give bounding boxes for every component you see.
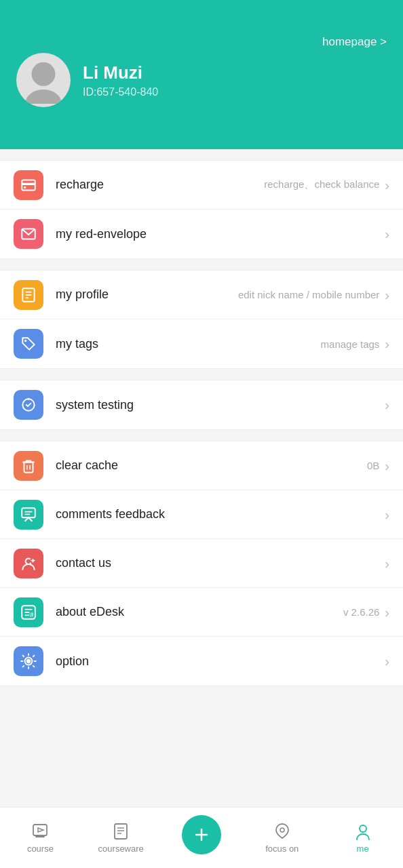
menu-item-comments-feedback[interactable]: comments feedback ›	[0, 490, 403, 539]
option-icon	[14, 646, 43, 676]
about-edesk-label: about eDesk	[56, 605, 343, 619]
system-testing-label: system testing	[56, 398, 379, 412]
focus-on-icon	[273, 822, 292, 841]
svg-rect-3	[22, 182, 35, 184]
about-edesk-sublabel: v 2.6.26	[343, 606, 379, 618]
comments-feedback-chevron: ›	[385, 508, 389, 521]
clear-cache-label: clear cache	[56, 458, 367, 473]
system-testing-icon	[14, 390, 43, 420]
clear-cache-sublabel: 0B	[367, 460, 379, 471]
nav-item-add[interactable]	[161, 808, 242, 868]
my-profile-chevron: ›	[385, 288, 389, 302]
nav-item-focus-on[interactable]: focus on	[242, 808, 322, 868]
about-edesk-chevron: ›	[385, 606, 389, 619]
svg-point-38	[280, 828, 284, 832]
menu-item-red-envelope[interactable]: my red-envelope ›	[0, 210, 403, 258]
svg-point-39	[360, 825, 366, 832]
header: Li Muzi ID:657-540-840 homepage >	[0, 0, 403, 149]
about-edesk-icon: 课	[14, 597, 43, 627]
add-button[interactable]	[182, 815, 221, 854]
contact-us-chevron: ›	[385, 557, 389, 570]
menu-item-my-tags[interactable]: my tags manage tags ›	[0, 319, 403, 368]
svg-point-12	[27, 398, 29, 400]
svg-rect-16	[22, 508, 35, 517]
course-nav-label: course	[27, 844, 54, 854]
svg-point-4	[24, 186, 26, 188]
menu-item-recharge[interactable]: recharge recharge、check balance ›	[0, 161, 403, 210]
nav-item-course[interactable]: course	[0, 808, 81, 868]
courseware-icon	[111, 822, 130, 841]
my-profile-sublabel: edit nick name / mobile number	[238, 289, 379, 300]
my-profile-label: my profile	[56, 288, 238, 302]
me-icon	[353, 822, 372, 841]
menu-item-option[interactable]: option ›	[0, 637, 403, 686]
my-profile-icon	[14, 280, 43, 310]
menu-item-clear-cache[interactable]: clear cache 0B ›	[0, 441, 403, 490]
svg-marker-30	[38, 828, 43, 832]
bottom-nav: course courseware focus on	[0, 807, 403, 868]
my-tags-chevron: ›	[385, 337, 389, 351]
user-info: Li Muzi ID:657-540-840	[83, 62, 387, 98]
option-label: option	[56, 654, 379, 669]
svg-point-0	[32, 62, 56, 86]
comments-feedback-icon	[14, 500, 43, 530]
homepage-link[interactable]: homepage >	[322, 35, 387, 49]
user-id: ID:657-540-840	[83, 86, 387, 98]
recharge-sublabel: recharge、check balance	[264, 178, 379, 191]
menu-item-my-profile[interactable]: my profile edit nick name / mobile numbe…	[0, 271, 403, 319]
contact-us-icon	[14, 549, 43, 578]
svg-text:课: 课	[29, 612, 34, 616]
red-envelope-label: my red-envelope	[56, 227, 379, 241]
menu-group-2: my profile edit nick name / mobile numbe…	[0, 270, 403, 369]
my-tags-icon	[14, 329, 43, 359]
system-testing-chevron: ›	[385, 398, 389, 412]
contact-us-label: contact us	[56, 556, 379, 570]
my-tags-label: my tags	[56, 337, 321, 351]
recharge-icon	[14, 170, 43, 200]
red-envelope-chevron: ›	[385, 227, 389, 241]
menu-item-contact-us[interactable]: contact us ›	[0, 539, 403, 588]
menu-group-1: recharge recharge、check balance › my red…	[0, 160, 403, 259]
clear-cache-chevron: ›	[385, 459, 389, 473]
menu-group-4: clear cache 0B › comments feedback › con…	[0, 441, 403, 686]
menu-group-3: system testing ›	[0, 380, 403, 430]
focus-on-nav-label: focus on	[265, 844, 299, 854]
menu-item-about-edesk[interactable]: 课 about eDesk v 2.6.26 ›	[0, 588, 403, 637]
clear-cache-icon	[14, 451, 43, 481]
nav-item-me[interactable]: me	[322, 808, 403, 868]
my-tags-sublabel: manage tags	[321, 338, 380, 350]
svg-rect-32	[115, 824, 127, 839]
svg-point-27	[26, 659, 31, 664]
menu-item-system-testing[interactable]: system testing ›	[0, 380, 403, 429]
red-envelope-icon	[14, 219, 43, 249]
course-icon	[31, 822, 50, 841]
avatar[interactable]	[16, 53, 71, 107]
plus-icon	[191, 824, 212, 846]
me-nav-label: me	[357, 844, 369, 854]
recharge-chevron: ›	[385, 178, 389, 192]
svg-point-1	[26, 90, 62, 104]
recharge-label: recharge	[56, 178, 264, 192]
option-chevron: ›	[385, 654, 389, 668]
svg-point-10	[24, 340, 26, 342]
courseware-nav-label: courseware	[98, 844, 144, 854]
user-name: Li Muzi	[83, 62, 387, 83]
comments-feedback-label: comments feedback	[56, 507, 379, 521]
nav-item-courseware[interactable]: courseware	[81, 808, 161, 868]
